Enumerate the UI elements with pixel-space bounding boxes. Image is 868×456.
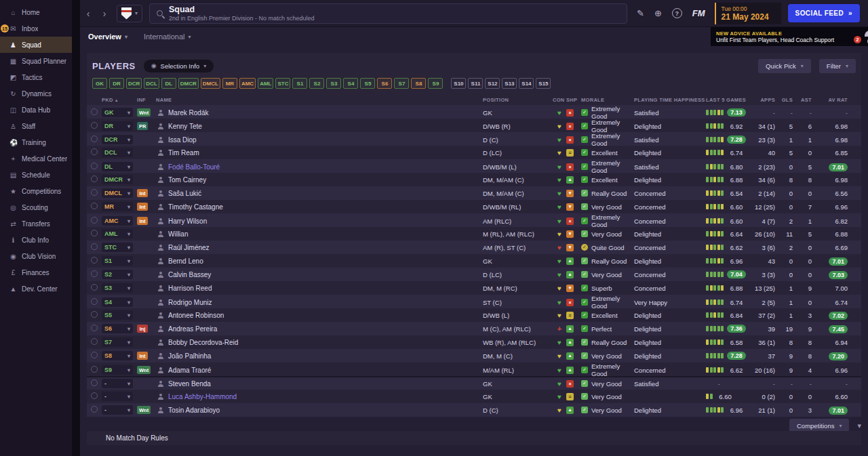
row-select-checkbox[interactable] [91,217,98,224]
table-row[interactable]: DR▾ PR Kenny Tete D/WB (R) ♥ × ✓Extremel… [87,119,861,132]
column-header-con[interactable]: CON [553,97,566,103]
row-select-checkbox[interactable] [91,108,98,115]
sidebar-item-squad-planner[interactable]: ▦ Squad Planner [0,53,72,69]
quick-pick-button[interactable]: Quick Pick ▾ [758,59,811,73]
player-name[interactable]: Harry Wilson [168,217,207,225]
position-filter-s8[interactable]: S8 [411,78,426,89]
world-icon[interactable]: ⊕ [654,8,662,18]
picked-position-dropdown[interactable]: S7▾ [102,337,133,347]
player-name[interactable]: Calvin Bassey [168,271,211,278]
position-filter-amc[interactable]: AMC [239,78,256,89]
social-feed-button[interactable]: SOCIAL FEED » [788,4,860,22]
player-name[interactable]: Tosin Adarabioyo [168,407,220,414]
table-row[interactable]: STC▾ Raúl Jiménez AM (R), ST (C) ♥ ▾ ✓Qu… [87,241,861,254]
picked-position-dropdown[interactable]: MR▾ [102,202,133,211]
table-row[interactable]: S7▾ Bobby Decordova-Reid WB (R), AM (RLC… [87,335,861,349]
column-header-apps[interactable]: APPS [748,97,781,103]
row-select-checkbox[interactable] [91,270,98,277]
picked-position-dropdown[interactable]: S4▾ [102,297,133,307]
picked-position-dropdown[interactable]: DMCL▾ [102,188,133,198]
sidebar-item-squad[interactable]: ♟ Squad [0,37,72,53]
column-header-pkd[interactable]: PKD▲ [102,97,137,103]
picked-position-dropdown[interactable]: AML▾ [102,229,133,239]
picked-position-dropdown[interactable]: S3▾ [102,283,133,293]
table-row[interactable]: S1▾ Bernd Leno GK ♥ ▴ ✓Really Good Delig… [87,254,861,268]
player-name[interactable]: Issa Diop [168,136,197,144]
picked-position-dropdown[interactable]: S8▾ [102,351,133,360]
sidebar-item-club-vision[interactable]: ◉ Club Vision [0,248,72,264]
player-name[interactable]: Tom Cairney [168,176,206,184]
player-name[interactable]: Saša Lukić [168,190,201,197]
row-select-checkbox[interactable] [91,148,98,155]
row-select-checkbox[interactable] [91,136,98,142]
player-name[interactable]: Bernd Leno [168,257,203,265]
player-name[interactable]: Adama Traoré [168,367,211,374]
row-select-checkbox[interactable] [91,406,98,413]
picked-position-dropdown[interactable]: DR▾ [102,121,133,131]
position-filter-s13[interactable]: S13 [502,78,517,89]
sidebar-item-inbox[interactable]: 15 ✉ Inbox [0,20,72,37]
picked-position-dropdown[interactable]: STC▾ [102,243,133,252]
table-row[interactable]: S4▾ Rodrigo Muniz ST (C) ♥ × ✓Extremely … [87,295,861,308]
position-filter-s15[interactable]: S15 [536,78,551,89]
table-row[interactable]: AML▾ Willian M (RL), AM (RLC) ♥ ▾ ✓Very … [87,227,861,241]
player-name[interactable]: Raúl Jiménez [168,244,210,251]
sidebar-item-training[interactable]: ⚽ Training [0,134,72,150]
row-select-checkbox[interactable] [91,311,98,318]
column-header-happiness[interactable]: PLAYING TIME HAPPINESS [634,97,706,103]
row-select-checkbox[interactable] [91,338,98,345]
row-select-checkbox[interactable] [91,284,98,291]
position-filter-dl[interactable]: DL [161,78,176,89]
row-select-checkbox[interactable] [91,352,98,358]
table-row[interactable]: MR▾ Int Timothy Castagne D/WB/M (RL) ♥ ▾… [87,200,861,213]
table-row[interactable]: DMCR▾ Tom Cairney DM, M/AM (C) ♥ ▴ ✓Exce… [87,173,861,186]
player-name[interactable]: Steven Benda [168,380,211,388]
edit-icon[interactable]: ✎ [637,8,644,18]
table-row[interactable]: DCR▾ Issa Diop D (C) ♥ × ✓Extremely Good… [87,132,861,146]
picked-position-dropdown[interactable]: -▾ [102,392,133,401]
picked-position-dropdown[interactable]: DMCR▾ [102,175,133,184]
table-row[interactable]: DCL▾ Tim Ream D (LC) ♥ = ✓Excellent Deli… [87,146,861,159]
row-select-checkbox[interactable] [91,175,98,182]
player-name[interactable]: Fodé Ballo-Touré [168,163,220,171]
sidebar-item-medical-center[interactable]: + Medical Center [0,150,72,167]
column-header-morale[interactable]: MORALE [581,97,634,103]
position-filter-s7[interactable]: S7 [394,78,409,89]
table-row[interactable]: -▾ Wnt Tosin Adarabioyo D (C) ♥ ▴ ✓Very … [87,403,861,417]
position-filter-dmcl[interactable]: DMCL [201,78,220,89]
sidebar-item-competitions[interactable]: ★ Competitions [0,183,72,199]
table-row[interactable]: S6▾ Inj Andreas Pereira M (C), AM (RLC) … [87,322,861,335]
player-name[interactable]: Rodrigo Muniz [168,299,212,306]
player-name[interactable]: Antonee Robinson [168,312,224,319]
sidebar-item-transfers[interactable]: ⇄ Transfers [0,215,72,232]
position-filter-gk[interactable]: GK [92,78,107,89]
row-select-checkbox[interactable] [91,298,98,305]
table-row[interactable]: -▾ Luca Ashby-Hammond GK ♥ = ✓Very Good … [87,390,861,403]
sidebar-item-dynamics[interactable]: ↻ Dynamics [0,85,72,102]
player-name[interactable]: Kenny Tete [168,123,202,130]
table-row[interactable]: -▾ Steven Benda GK ♥ × ✓Very Good Satisf… [87,376,861,390]
table-row[interactable]: S3▾ Harrison Reed DM, M (RC) ♥ ▾ ✓Superb… [87,281,861,295]
position-filter-s14[interactable]: S14 [519,78,534,89]
table-row[interactable]: S8▾ Int João Palhinha DM, M (C) ♥ ▴ ✓Ver… [87,349,861,362]
row-select-checkbox[interactable] [91,163,98,169]
column-header-avrat[interactable]: AV RAT [817,97,861,103]
position-filter-dcr[interactable]: DCR [126,78,142,89]
column-header-name[interactable]: NAME [156,97,483,103]
table-row[interactable]: DMCL▾ Int Saša Lukić DM, M/AM (C) ♥ ▾ ✓R… [87,186,861,200]
position-filter-s1[interactable]: S1 [292,78,307,89]
picked-position-dropdown[interactable]: S2▾ [102,270,133,279]
position-filter-s11[interactable]: S11 [468,78,483,89]
row-select-checkbox[interactable] [91,392,98,399]
tab-overview[interactable]: Overview ▾ [80,27,136,46]
table-row[interactable]: DL▾ Fodé Ballo-Touré D/WB/M (L) ♥ × ✓Ext… [87,159,861,173]
position-filter-dcl[interactable]: DCL [144,78,159,89]
column-header-ast[interactable]: AST [798,97,817,103]
sidebar-item-staff[interactable]: ♙ Staff [0,118,72,134]
filter-button[interactable]: Filter ▾ [819,59,856,73]
player-name[interactable]: João Palhinha [168,352,211,360]
sidebar-item-data-hub[interactable]: ◫ Data Hub [0,102,72,118]
player-name[interactable]: Marek Rodák [168,109,208,117]
row-select-checkbox[interactable] [91,122,98,129]
player-name[interactable]: Tim Ream [168,149,199,157]
